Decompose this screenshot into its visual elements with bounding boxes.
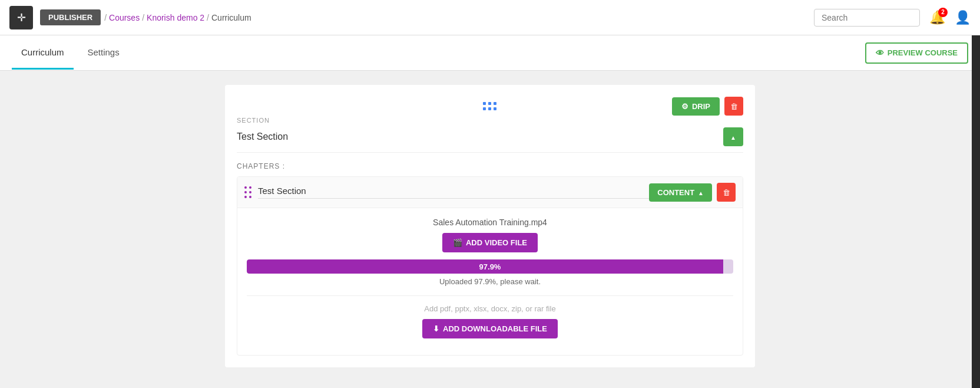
tabs-row-right: PREVIEW COURSE: [865, 42, 968, 64]
trash-icon: [730, 101, 738, 111]
chapter-header: Test Section CONTENT: [237, 177, 743, 208]
chapters-label: CHAPTERS :: [237, 162, 743, 170]
section-top-actions: DRIP: [672, 97, 743, 116]
preview-course-button[interactable]: PREVIEW COURSE: [865, 42, 968, 64]
progress-pct-text: 97.9%: [479, 262, 501, 271]
upload-progress-bar: 97.9%: [247, 259, 733, 274]
drip-label: DRIP: [692, 102, 710, 111]
dot: [483, 102, 486, 105]
video-filename: Sales Automation Training.mp4: [247, 218, 733, 227]
chapter-dot: [249, 186, 251, 189]
breadcrumb-demo[interactable]: Knorish demo 2: [147, 13, 204, 22]
dot: [483, 107, 486, 110]
add-downloadable-file-button[interactable]: ADD DOWNLOADABLE FILE: [422, 319, 558, 338]
chapter-dot: [249, 191, 251, 193]
publisher-button[interactable]: PUBLISHER: [40, 9, 101, 25]
add-video-button[interactable]: ADD VIDEO FILE: [442, 233, 538, 252]
section-name-row: Test Section: [237, 127, 743, 153]
chapter-body: Sales Automation Training.mp4 ADD VIDEO …: [237, 208, 743, 355]
chapter-actions: CONTENT: [649, 183, 736, 202]
breadcrumb-sep3: /: [207, 13, 209, 22]
download-icon: [433, 324, 439, 333]
notification-button[interactable]: 2: [929, 10, 945, 25]
add-download-label: ADD DOWNLOADABLE FILE: [443, 324, 547, 333]
chapter-drag-handle[interactable]: [244, 186, 252, 199]
add-video-label: ADD VIDEO FILE: [466, 238, 527, 247]
collapse-button[interactable]: [723, 127, 743, 146]
dot: [488, 107, 491, 110]
add-download-hint: Add pdf, pptx, xlsx, docx, zip, or rar f…: [247, 304, 733, 313]
chapter-dot: [249, 196, 251, 198]
chapter-name: Test Section: [258, 186, 649, 199]
header: ✛ PUBLISHER / Courses / Knorish demo 2 /…: [0, 0, 980, 35]
tab-settings[interactable]: Settings: [78, 37, 129, 70]
delete-section-button[interactable]: [724, 97, 743, 116]
breadcrumb-sep2: /: [142, 13, 144, 22]
chevron-up-icon: [698, 188, 704, 197]
scrollbar[interactable]: [972, 0, 980, 388]
dot: [488, 102, 491, 105]
content-label: CONTENT: [657, 188, 694, 197]
gear-icon: [681, 102, 688, 111]
dot: [494, 102, 496, 105]
breadcrumb: / Courses / Knorish demo 2 / Curriculum: [104, 13, 251, 22]
tabs-row: Curriculum Settings PREVIEW COURSE: [0, 35, 980, 71]
divider: [247, 295, 733, 296]
breadcrumb-sep1: /: [104, 13, 107, 22]
upload-status: Uploaded 97.9%, please wait.: [247, 277, 733, 286]
chevron-up-icon: [730, 132, 736, 142]
logo-icon: ✛: [17, 11, 26, 24]
main-area: DRIP SECTION Test Section CHAPTERS :: [0, 85, 980, 367]
eye-icon: [876, 48, 884, 58]
chapter-dot: [244, 196, 247, 198]
delete-chapter-button[interactable]: [717, 183, 736, 202]
notification-badge: 2: [938, 8, 948, 17]
section-name: Test Section: [237, 131, 719, 142]
drag-handle-top[interactable]: [237, 97, 743, 111]
header-right: 2: [814, 9, 971, 27]
chapter-dot: [244, 186, 247, 189]
section-block: DRIP SECTION Test Section CHAPTERS :: [225, 85, 755, 367]
chapter-dot: [244, 191, 247, 193]
drag-dots-grid: [483, 102, 497, 111]
drip-button[interactable]: DRIP: [672, 97, 720, 116]
user-menu-button[interactable]: [955, 10, 971, 25]
preview-label: PREVIEW COURSE: [888, 48, 958, 57]
chapter-block: Test Section CONTENT Sales Automation Tr…: [237, 176, 743, 356]
user-icon: [955, 10, 971, 25]
content-button[interactable]: CONTENT: [649, 183, 712, 202]
dot: [494, 107, 496, 110]
tab-curriculum[interactable]: Curriculum: [12, 37, 74, 70]
breadcrumb-courses[interactable]: Courses: [109, 13, 140, 22]
section-label: SECTION: [237, 117, 743, 124]
breadcrumb-current: Curriculum: [211, 13, 251, 22]
trash-icon: [723, 187, 730, 198]
video-icon: [453, 238, 462, 247]
logo[interactable]: ✛: [9, 6, 33, 29]
search-input[interactable]: [814, 9, 920, 27]
